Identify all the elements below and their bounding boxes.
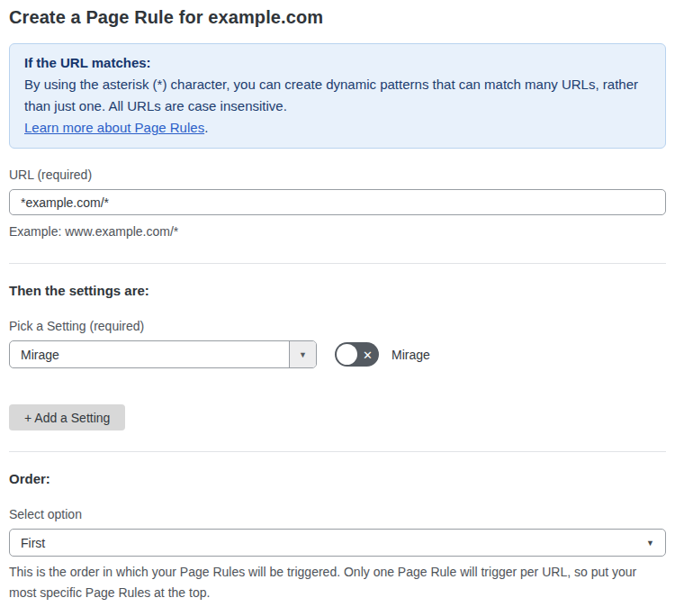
order-section-heading: Order: [9, 471, 666, 486]
divider [9, 263, 666, 264]
page-title: Create a Page Rule for example.com [9, 7, 666, 28]
toggle-label: Mirage [392, 348, 430, 362]
create-page-rule-form: Create a Page Rule for example.com If th… [0, 0, 675, 616]
select-option-label: Select option [9, 507, 666, 521]
settings-section-heading: Then the settings are: [9, 283, 666, 298]
add-setting-button[interactable]: + Add a Setting [9, 404, 125, 430]
setting-row: Mirage ▼ ✕ Mirage [9, 340, 666, 368]
url-input[interactable] [9, 189, 666, 215]
chevron-down-icon: ▼ [646, 539, 654, 548]
pick-setting-label: Pick a Setting (required) [9, 319, 666, 333]
mirage-toggle[interactable]: ✕ [335, 342, 379, 367]
setting-dropdown[interactable]: Mirage ▼ [9, 340, 317, 368]
chevron-down-icon[interactable]: ▼ [289, 341, 316, 367]
order-select-value: First [10, 536, 45, 550]
url-field-label: URL (required) [9, 168, 666, 182]
x-icon: ✕ [363, 349, 373, 360]
url-match-info-box: If the URL matches: By using the asteris… [9, 43, 666, 149]
toggle-knob [337, 344, 357, 365]
url-field-helper: Example: www.example.com/* [9, 222, 666, 242]
divider [9, 451, 666, 452]
order-select[interactable]: First ▼ [9, 529, 666, 557]
learn-more-link[interactable]: Learn more about Page Rules [24, 120, 204, 135]
info-box-body: By using the asterisk (*) character, you… [24, 74, 651, 117]
setting-dropdown-value: Mirage [10, 348, 289, 362]
info-box-heading: If the URL matches: [24, 52, 651, 74]
order-helper: This is the order in which your Page Rul… [9, 562, 657, 603]
link-suffix: . [204, 120, 208, 135]
info-box-link-line: Learn more about Page Rules. [24, 117, 651, 139]
